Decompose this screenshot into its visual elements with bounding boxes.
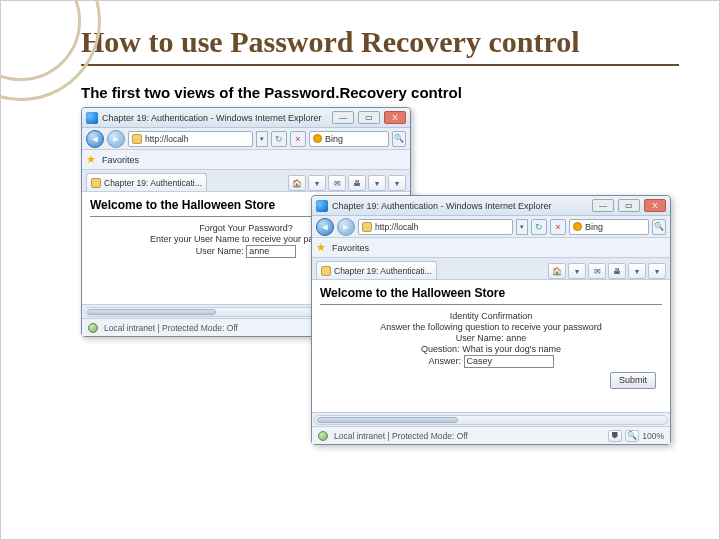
- search-button[interactable]: 🔍: [652, 219, 666, 235]
- maximize-button[interactable]: ▭: [358, 111, 380, 124]
- question-label: Question:: [421, 344, 460, 354]
- shield-icon: ⛊: [608, 430, 622, 442]
- address-dropdown[interactable]: ▾: [516, 219, 528, 235]
- horizontal-scrollbar[interactable]: [312, 412, 670, 426]
- browser-tab[interactable]: Chapter 19: Authenticati...: [86, 173, 207, 191]
- zone-icon: [88, 323, 98, 333]
- minimize-button[interactable]: —: [332, 111, 354, 124]
- zone-icon: [318, 431, 328, 441]
- back-button[interactable]: ◄: [86, 130, 104, 148]
- search-button[interactable]: 🔍: [392, 131, 406, 147]
- url-text: http://localh: [375, 222, 418, 232]
- divider: [320, 304, 662, 305]
- status-text: Local intranet | Protected Mode: Off: [104, 323, 238, 333]
- home-button[interactable]: 🏠: [548, 263, 566, 279]
- address-bar[interactable]: http://localh: [358, 219, 513, 235]
- page-menu[interactable]: ▾: [368, 175, 386, 191]
- ie-logo-icon: [86, 112, 98, 124]
- mail-button[interactable]: ✉: [588, 263, 606, 279]
- print-button[interactable]: 🖶: [608, 263, 626, 279]
- ie-logo-icon: [316, 200, 328, 212]
- window-title: Chapter 19: Authentication - Windows Int…: [102, 113, 328, 123]
- bing-icon: [313, 134, 322, 143]
- page-icon: [132, 134, 142, 144]
- answer-input[interactable]: Casey: [464, 355, 554, 368]
- content-area: Welcome to the Halloween Store Identity …: [312, 280, 670, 444]
- home-button[interactable]: 🏠: [288, 175, 306, 191]
- tab-favicon: [321, 266, 331, 276]
- identity-confirmation-text: Identity Confirmation: [320, 311, 662, 321]
- bing-icon: [573, 222, 582, 231]
- tab-favicon: [91, 178, 101, 188]
- address-bar[interactable]: http://localh: [128, 131, 253, 147]
- username-value: anne: [506, 333, 526, 343]
- page-menu[interactable]: ▾: [628, 263, 646, 279]
- scrollbar-thumb[interactable]: [87, 309, 216, 315]
- zoom-icon[interactable]: 🔍: [625, 430, 639, 442]
- nav-toolbar: ◄ ► http://localh ▾ ↻ × Bing 🔍: [82, 128, 410, 150]
- question-value: What is your dog's name: [462, 344, 561, 354]
- address-dropdown[interactable]: ▾: [256, 131, 268, 147]
- refresh-button[interactable]: ↻: [531, 219, 547, 235]
- status-bar: Local intranet | Protected Mode: Off ⛊ 🔍…: [312, 426, 670, 444]
- maximize-button[interactable]: ▭: [618, 199, 640, 212]
- print-button[interactable]: 🖶: [348, 175, 366, 191]
- favorites-label[interactable]: Favorites: [332, 243, 369, 253]
- tools-menu[interactable]: ▾: [648, 263, 666, 279]
- stop-button[interactable]: ×: [290, 131, 306, 147]
- forward-button[interactable]: ►: [107, 130, 125, 148]
- instruction-text: Answer the following question to receive…: [320, 322, 662, 332]
- search-box[interactable]: Bing: [569, 219, 649, 235]
- titlebar: Chapter 19: Authentication - Windows Int…: [312, 196, 670, 216]
- command-bar: 🏠 ▾ ✉ 🖶 ▾ ▾: [548, 263, 666, 279]
- zoom-level: 100%: [642, 431, 664, 441]
- feeds-button[interactable]: ▾: [568, 263, 586, 279]
- refresh-button[interactable]: ↻: [271, 131, 287, 147]
- username-label: User Name:: [196, 246, 244, 256]
- favorites-bar: ★ Favorites: [312, 238, 670, 258]
- tab-bar: Chapter 19: Authenticati... 🏠 ▾ ✉ 🖶 ▾ ▾: [82, 170, 410, 192]
- command-bar: 🏠 ▾ ✉ 🖶 ▾ ▾: [288, 175, 406, 191]
- slide-subtitle: The first two views of the Password.Reco…: [81, 84, 679, 101]
- close-button[interactable]: X: [644, 199, 666, 212]
- close-button[interactable]: X: [384, 111, 406, 124]
- scrollbar-thumb[interactable]: [317, 417, 458, 423]
- feeds-button[interactable]: ▾: [308, 175, 326, 191]
- answer-label: Answer:: [428, 356, 461, 366]
- tab-label: Chapter 19: Authenticati...: [334, 266, 432, 276]
- page-icon: [362, 222, 372, 232]
- search-provider: Bing: [325, 134, 343, 144]
- slide: How to use Password Recovery control The…: [0, 0, 720, 540]
- tools-menu[interactable]: ▾: [388, 175, 406, 191]
- status-text: Local intranet | Protected Mode: Off: [334, 431, 468, 441]
- url-text: http://localh: [145, 134, 188, 144]
- username-label: User Name:: [456, 333, 504, 343]
- nav-toolbar: ◄ ► http://localh ▾ ↻ × Bing 🔍: [312, 216, 670, 238]
- slide-title: How to use Password Recovery control: [81, 25, 679, 66]
- favorites-bar: ★ Favorites: [82, 150, 410, 170]
- forward-button[interactable]: ►: [337, 218, 355, 236]
- window-title: Chapter 19: Authentication - Windows Int…: [332, 201, 588, 211]
- tab-bar: Chapter 19: Authenticati... 🏠 ▾ ✉ 🖶 ▾ ▾: [312, 258, 670, 280]
- stop-button[interactable]: ×: [550, 219, 566, 235]
- username-input[interactable]: anne: [246, 245, 296, 258]
- tab-label: Chapter 19: Authenticati...: [104, 178, 202, 188]
- titlebar: Chapter 19: Authentication - Windows Int…: [82, 108, 410, 128]
- favorites-label[interactable]: Favorites: [102, 155, 139, 165]
- identity-confirmation-form: Identity Confirmation Answer the followi…: [320, 311, 662, 389]
- back-button[interactable]: ◄: [316, 218, 334, 236]
- browser-screenshots: Chapter 19: Authentication - Windows Int…: [81, 107, 641, 467]
- search-box[interactable]: Bing: [309, 131, 389, 147]
- favorites-star-icon[interactable]: ★: [316, 242, 328, 254]
- minimize-button[interactable]: —: [592, 199, 614, 212]
- ie-window-questionview: Chapter 19: Authentication - Windows Int…: [311, 195, 671, 445]
- submit-button[interactable]: Submit: [610, 372, 656, 389]
- protected-mode-icons: ⛊ 🔍 100%: [608, 430, 664, 442]
- search-provider: Bing: [585, 222, 603, 232]
- mail-button[interactable]: ✉: [328, 175, 346, 191]
- browser-tab[interactable]: Chapter 19: Authenticati...: [316, 261, 437, 279]
- favorites-star-icon[interactable]: ★: [86, 154, 98, 166]
- page-heading: Welcome to the Halloween Store: [320, 286, 662, 300]
